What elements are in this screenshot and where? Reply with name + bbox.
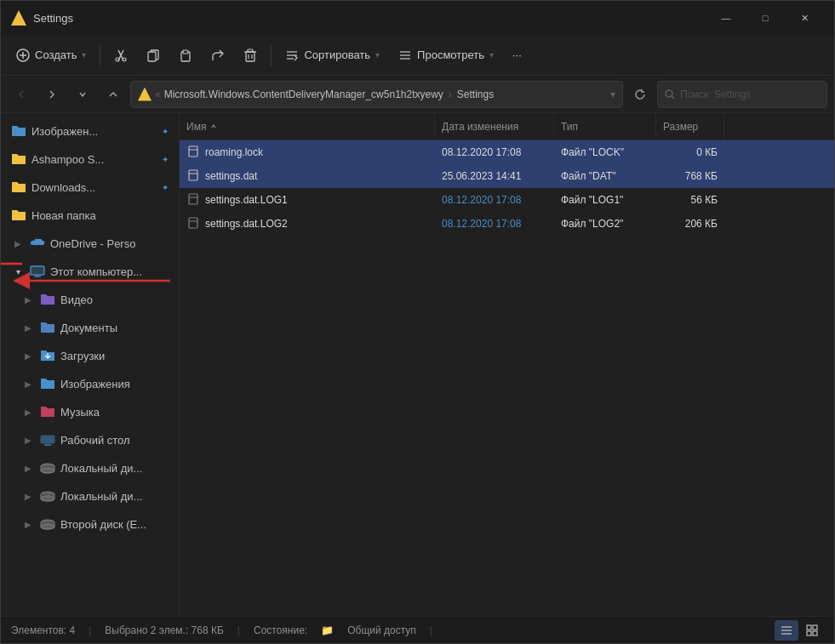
ashampoo-pin-icon: ✦: [162, 155, 169, 164]
sidebar-item-this-pc[interactable]: ▾ Этот компьютер...: [4, 258, 175, 285]
sort-button[interactable]: Сортировать ▾: [277, 40, 388, 71]
paste-button[interactable]: [170, 40, 201, 71]
sidebar-item-ashampoo[interactable]: Ashampoo S... ✦: [4, 145, 175, 173]
images-pin-icon: ✦: [162, 127, 169, 136]
file-type-cell-2: Файл "LOG1": [554, 188, 656, 212]
downloads-label: Downloads...: [31, 181, 157, 194]
local-disk2-chevron: ▶: [21, 489, 35, 503]
file-size-cell-0: 0 КБ: [656, 140, 724, 164]
sidebar-item-images[interactable]: Изображен... ✦: [4, 117, 175, 145]
documents-folder-icon: [40, 320, 55, 335]
file-name-cell: settings.dat: [180, 164, 435, 188]
table-row[interactable]: roaming.lock 08.12.2020 17:08 Файл "LOCK…: [180, 140, 834, 164]
desktop-folder-icon: [40, 432, 55, 447]
table-row[interactable]: settings.dat.LOG2 08.12.2020 17:08 Файл …: [180, 212, 834, 236]
delete-button[interactable]: [235, 40, 266, 71]
sidebar-item-local-disk2[interactable]: ▶ Локальный ди...: [4, 482, 175, 510]
window-controls: — □ ✕: [706, 4, 824, 31]
downloads2-label: Загрузки: [60, 350, 169, 362]
video-label: Видео: [60, 294, 169, 306]
maximize-button[interactable]: □: [746, 4, 785, 31]
address-bar: « Microsoft.Windows.ContentDeliveryManag…: [1, 76, 834, 113]
onedrive-label: OneDrive - Perso: [50, 237, 169, 250]
sidebar-item-music[interactable]: ▶ Музыка: [4, 398, 175, 425]
path-dropdown-icon[interactable]: ▾: [610, 88, 615, 100]
items-count: Элементов: 4: [11, 624, 75, 636]
forward-icon: [47, 89, 57, 100]
paste-icon: [179, 48, 192, 62]
sidebar-item-local-disk1[interactable]: ▶ Локальный ди...: [4, 454, 175, 482]
file-date-cell-1: 25.06.2023 14:41: [435, 164, 554, 188]
tiles-view-button[interactable]: [800, 620, 824, 641]
refresh-button[interactable]: [626, 81, 654, 108]
file-size-cell-1: 768 КБ: [656, 164, 724, 188]
back-button[interactable]: [8, 81, 35, 108]
second-disk-chevron: ▶: [21, 517, 35, 531]
downloads2-chevron: ▶: [21, 349, 35, 362]
forward-button[interactable]: [38, 81, 66, 108]
shared-label: Общий доступ: [347, 624, 416, 636]
svg-rect-39: [189, 194, 197, 204]
search-box[interactable]: Поиск: Settings: [657, 81, 827, 108]
images-label: Изображен...: [31, 125, 157, 138]
history-dropdown-button[interactable]: [69, 81, 96, 108]
svg-rect-24: [31, 267, 44, 274]
svg-rect-49: [813, 631, 817, 635]
cut-button[interactable]: [106, 40, 136, 71]
this-pc-chevron: ▾: [11, 265, 25, 278]
file-name-cell: settings.dat.LOG1: [180, 188, 435, 212]
images-folder-icon: [11, 123, 26, 139]
file-date-cell-2: 08.12.2020 17:08: [435, 188, 554, 212]
view-button[interactable]: Просмотреть ▾: [390, 40, 502, 71]
col-header-type[interactable]: Тип: [554, 113, 656, 140]
computer-icon: [30, 264, 45, 279]
address-path[interactable]: « Microsoft.Windows.ContentDeliveryManag…: [130, 81, 623, 108]
svg-point-32: [41, 496, 54, 501]
sidebar-item-documents[interactable]: ▶ Документы: [4, 314, 175, 341]
col-header-date[interactable]: Дата изменения: [435, 113, 554, 140]
documents-chevron: ▶: [21, 321, 35, 334]
share-button[interactable]: [203, 40, 233, 71]
search-placeholder: Поиск: Settings: [680, 88, 751, 100]
title-bar: Settings — □ ✕: [1, 1, 834, 35]
pictures-chevron: ▶: [21, 377, 35, 390]
window-title: Settings: [33, 12, 700, 25]
sidebar-item-desktop[interactable]: ▶ Рабочий стол: [4, 426, 175, 453]
create-button[interactable]: Создать ▾: [8, 40, 94, 71]
second-disk-label: Второй диск (E...: [60, 518, 169, 531]
sidebar: Изображен... ✦ Ashampoo S... ✦: [1, 113, 180, 616]
details-view-button[interactable]: [775, 620, 798, 641]
svg-rect-47: [813, 625, 817, 630]
col-header-name[interactable]: Имя: [180, 113, 435, 140]
sidebar-item-second-disk[interactable]: ▶ Второй диск (E...: [4, 510, 175, 538]
sidebar-item-new-folder[interactable]: Новая папка: [4, 202, 175, 229]
file-date-cell-3: 08.12.2020 17:08: [435, 212, 554, 236]
second-disk-icon: [40, 516, 55, 532]
music-chevron: ▶: [21, 405, 35, 419]
file-icon-lock: [186, 145, 200, 159]
svg-rect-11: [248, 49, 253, 52]
svg-point-30: [41, 468, 54, 473]
table-row[interactable]: settings.dat 25.06.2023 14:41 Файл "DAT"…: [180, 164, 834, 188]
view-buttons: [775, 620, 824, 641]
sort-chevron: ▾: [375, 50, 380, 60]
sidebar-item-onedrive[interactable]: ▶ OneDrive - Perso: [4, 230, 175, 257]
up-button[interactable]: [100, 81, 127, 108]
pictures-label: Изображения: [60, 378, 169, 390]
back-icon: [16, 89, 26, 100]
view-chevron: ▾: [489, 50, 494, 60]
sidebar-item-video[interactable]: ▶ Видео: [4, 286, 175, 313]
close-button[interactable]: ✕: [785, 4, 824, 31]
more-button[interactable]: ···: [504, 40, 530, 71]
sidebar-item-pictures[interactable]: ▶ Изображения: [4, 370, 175, 397]
path-segment-2: Settings: [457, 88, 494, 100]
copy-button[interactable]: [138, 40, 169, 71]
table-row[interactable]: settings.dat.LOG1 08.12.2020 17:08 Файл …: [180, 188, 834, 212]
sidebar-item-downloads2[interactable]: ▶ Загрузки: [4, 342, 175, 369]
file-type-cell-1: Файл "DAT": [554, 164, 656, 188]
sidebar-item-downloads[interactable]: Downloads... ✦: [4, 174, 175, 201]
svg-rect-37: [189, 170, 197, 180]
col-header-size[interactable]: Размер: [656, 113, 724, 140]
minimize-button[interactable]: —: [706, 4, 746, 31]
status-bar: Элементов: 4 | Выбрано 2 элем.: 768 КБ |…: [1, 616, 834, 643]
